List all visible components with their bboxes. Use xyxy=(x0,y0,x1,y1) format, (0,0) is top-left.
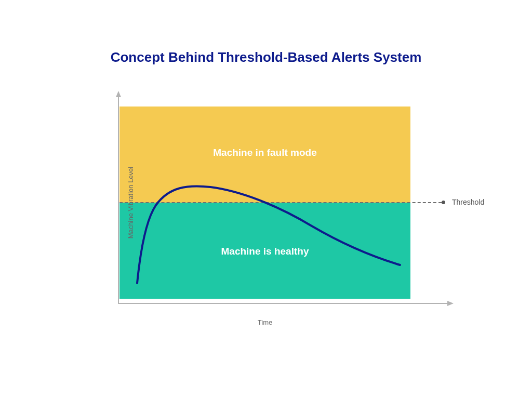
fault-zone-label: Machine in fault mode xyxy=(119,147,410,158)
healthy-zone-label: Machine is healthy xyxy=(119,246,410,257)
arrow-right-icon xyxy=(447,301,454,306)
y-axis-line xyxy=(118,96,119,303)
x-axis-line xyxy=(118,303,448,304)
threshold-chart: Machine in fault mode Machine is healthy… xyxy=(119,107,410,299)
y-axis-label: Machine Vibration Level xyxy=(127,167,135,239)
x-axis-label: Time xyxy=(119,318,410,326)
threshold-line xyxy=(119,202,442,203)
threshold-dot-icon xyxy=(442,201,445,204)
threshold-label: Threshold xyxy=(452,198,484,206)
chart-title: Concept Behind Threshold-Based Alerts Sy… xyxy=(0,49,532,65)
